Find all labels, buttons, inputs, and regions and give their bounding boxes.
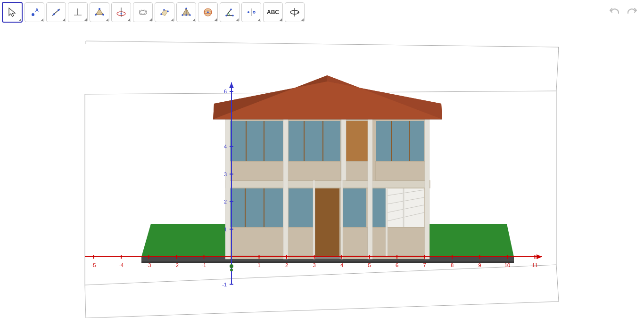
svg-rect-76 [341,180,343,259]
line-icon [51,7,61,17]
svg-text:-1: -1 [202,262,206,268]
svg-point-135 [230,264,233,268]
angle-tool[interactable] [220,2,239,22]
svg-text:1: 1 [224,227,227,232]
svg-point-9 [102,14,104,16]
svg-marker-88 [537,254,542,259]
rotate-view-tool[interactable] [285,2,305,22]
svg-text:3: 3 [313,262,315,268]
svg-rect-81 [386,188,388,256]
svg-point-34 [253,11,255,13]
perpendicular-tool[interactable] [68,2,88,22]
svg-rect-44 [372,228,426,256]
y-axis [230,264,233,271]
svg-rect-74 [225,118,230,259]
undo-button[interactable] [607,5,621,19]
svg-rect-51 [315,188,339,259]
svg-point-28 [207,11,209,13]
svg-rect-61 [288,162,341,180]
text-icon: ABC [267,9,279,16]
svg-rect-60 [229,162,283,180]
text-tool[interactable]: ABC [263,2,283,22]
plane-tool[interactable] [155,2,174,22]
svg-point-10 [95,14,97,16]
svg-rect-77 [313,180,315,259]
svg-text:6: 6 [396,262,398,268]
svg-text:4: 4 [340,262,343,268]
svg-point-3 [53,14,55,16]
move-tool[interactable] [2,2,23,23]
svg-rect-78 [368,118,372,259]
svg-text:1: 1 [257,262,260,268]
redo-icon [626,7,638,17]
cursor-icon [7,7,17,17]
svg-rect-79 [341,118,346,180]
svg-marker-122 [229,82,234,88]
svg-rect-67 [289,121,340,161]
point-a-icon: A [29,7,40,17]
svg-rect-80 [425,118,429,259]
pyramid-tool[interactable] [176,2,196,22]
svg-text:6: 6 [224,89,227,94]
svg-point-136 [230,269,233,271]
svg-point-23 [189,14,191,16]
svg-rect-53 [388,188,424,227]
svg-rect-41 [229,228,283,256]
svg-text:3: 3 [224,171,227,177]
svg-rect-43 [340,228,368,256]
svg-text:9: 9 [478,262,481,268]
svg-text:2: 2 [285,262,288,268]
svg-point-19 [163,9,165,11]
line-tool[interactable] [46,2,66,22]
svg-rect-50 [372,188,386,227]
svg-rect-64 [230,121,283,161]
3d-graphics-view[interactable]: -5-4-3-2-11234567891011 -112346 [0,26,644,318]
svg-text:4: 4 [224,144,227,149]
svg-rect-59 [225,180,430,188]
svg-point-22 [185,8,187,9]
svg-rect-48 [289,188,313,227]
svg-text:-2: -2 [174,262,179,268]
redo-button[interactable] [625,5,639,19]
sphere-tool[interactable] [198,2,218,22]
svg-text:A: A [35,8,39,13]
intersect-tool[interactable] [133,2,153,22]
svg-point-24 [182,14,183,16]
scene-svg: -5-4-3-2-11234567891011 -112346 [0,26,644,318]
svg-point-1 [32,13,34,16]
polygon-icon [94,7,105,17]
plane-icon [159,7,170,17]
intersect-icon [138,7,148,17]
svg-rect-70 [346,121,369,161]
polygon-tool[interactable] [90,2,109,22]
svg-point-4 [58,9,59,11]
svg-rect-71 [376,121,424,161]
point-tool[interactable]: A [25,2,44,22]
house [213,75,442,259]
svg-rect-62 [345,162,371,180]
svg-point-31 [230,8,232,10]
svg-rect-42 [288,228,314,256]
svg-text:11: 11 [532,262,537,268]
circle-axis-tool[interactable] [111,2,131,22]
main-toolbar: A [2,2,305,23]
undo-redo-group [607,5,639,19]
svg-point-8 [99,8,100,10]
svg-point-33 [248,11,249,13]
circle-axis-icon [116,7,127,18]
svg-point-17 [160,13,162,15]
angle-icon [224,7,235,17]
svg-marker-16 [161,10,168,16]
reflect-tool[interactable] [241,2,261,22]
svg-text:8: 8 [451,262,454,268]
svg-text:-3: -3 [147,262,151,268]
svg-rect-45 [230,188,283,227]
perpendicular-icon [73,7,83,17]
svg-marker-39 [141,261,514,263]
svg-rect-63 [375,162,426,180]
svg-point-13 [121,13,122,15]
sphere-icon [203,7,213,17]
svg-text:-4: -4 [119,262,124,268]
rotate-3d-icon [289,7,300,18]
svg-text:-1: -1 [222,282,227,287]
